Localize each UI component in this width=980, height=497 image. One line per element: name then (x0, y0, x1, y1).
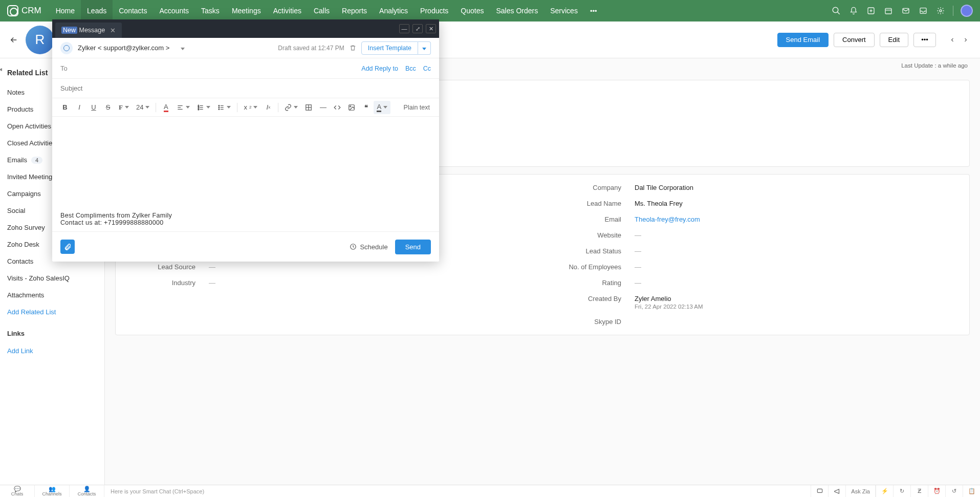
minimize-icon[interactable]: — (399, 24, 409, 33)
sidebar-item-label: Visits - Zoho SalesIQ (7, 274, 70, 282)
edit-button[interactable]: Edit (880, 33, 908, 47)
nav-item-meetings[interactable]: Meetings (226, 0, 267, 21)
info-label: Rating (553, 279, 635, 287)
sidebar-item-visits-zoho-salesiq[interactable]: Visits - Zoho SalesIQ (7, 270, 97, 287)
nav-item-contacts[interactable]: Contacts (113, 0, 153, 21)
add-reply-to-link[interactable]: Add Reply to (361, 65, 398, 72)
bell-icon[interactable] (848, 6, 859, 16)
user-avatar[interactable] (961, 5, 973, 17)
compose-tab[interactable]: New Message ✕ (55, 23, 122, 38)
bcc-link[interactable]: Bcc (405, 65, 416, 72)
highlight-icon[interactable]: A (374, 101, 390, 114)
plain-text-toggle[interactable]: Plain text (401, 104, 433, 111)
unordered-list-icon[interactable] (214, 101, 234, 114)
info-value-link[interactable]: Theola-frey@frey.com (635, 215, 700, 223)
info-value: Zyler AmelioFri, 22 Apr 2022 02:13 AM (635, 295, 958, 310)
svg-point-21 (219, 109, 220, 110)
font-family-icon[interactable]: F (116, 101, 132, 114)
image-icon[interactable] (345, 101, 358, 114)
info-row: CompanyDal Tile Corporation (553, 184, 958, 191)
nav-item-activities[interactable]: Activities (267, 0, 308, 21)
email-signature: Best Compliments from Zylker Family Cont… (52, 212, 439, 232)
strikethrough-icon[interactable]: S (101, 101, 115, 114)
svg-point-20 (219, 107, 220, 108)
table-icon[interactable] (302, 101, 315, 114)
sidebar-item-label: Social (7, 207, 25, 214)
info-label: Industry (127, 279, 209, 287)
sidebar-item-attachments[interactable]: Attachments (7, 287, 97, 304)
insert-template-button[interactable]: Insert Template (361, 41, 418, 55)
nav-item-leads[interactable]: Leads (81, 0, 113, 21)
nav-item-quotes[interactable]: Quotes (454, 0, 490, 21)
clear-format-icon[interactable]: Ix (262, 101, 275, 114)
sidebar-item-label: Open Activities (7, 122, 51, 130)
info-label: Lead Source (127, 263, 209, 271)
prev-record-icon[interactable] (947, 35, 957, 45)
from-account-icon[interactable] (60, 42, 73, 54)
calendar-icon[interactable] (883, 6, 894, 16)
brand-text: CRM (21, 6, 41, 16)
send-email-button[interactable]: Send Email (777, 33, 829, 47)
quote-icon[interactable]: ❝ (359, 101, 373, 114)
more-actions-button[interactable]: ••• (913, 33, 936, 47)
sidebar-item-label: Zoho Survey (7, 224, 45, 231)
nav-item-calls[interactable]: Calls (308, 0, 336, 21)
add-related-list-link[interactable]: Add Related List (7, 304, 97, 320)
send-button[interactable]: Send (395, 240, 431, 254)
cc-link[interactable]: Cc (423, 65, 431, 72)
next-record-icon[interactable] (961, 35, 971, 45)
italic-icon[interactable]: I (73, 101, 86, 114)
code-icon[interactable] (331, 101, 344, 114)
sidebar-item-label: Emails (7, 156, 27, 164)
nav-item-home[interactable]: Home (50, 0, 81, 21)
email-body[interactable] (52, 117, 439, 212)
collapse-sidebar-icon[interactable]: ◂ (0, 66, 2, 73)
draft-status: Draft saved at 12:47 PM (278, 45, 344, 52)
underline-icon[interactable]: U (87, 101, 100, 114)
svg-point-19 (219, 105, 220, 106)
nav-item-sales-orders[interactable]: Sales Orders (490, 0, 545, 21)
nav-item-reports[interactable]: Reports (336, 0, 373, 21)
info-label: Lead Status (553, 247, 635, 255)
brand[interactable]: CRM (7, 5, 41, 16)
align-icon[interactable] (173, 101, 193, 114)
attach-icon[interactable] (60, 240, 75, 254)
info-row: Skype ID (553, 318, 958, 326)
to-row[interactable]: To Add Reply to Bcc Cc (52, 58, 439, 79)
gear-icon[interactable] (935, 6, 946, 16)
nav-item-analytics[interactable]: Analytics (373, 0, 414, 21)
subject-input[interactable] (60, 84, 431, 92)
svg-point-0 (833, 7, 838, 13)
nav-item-services[interactable]: Services (544, 0, 584, 21)
discard-draft-icon[interactable] (350, 45, 356, 51)
font-size-select[interactable]: 24 (133, 101, 153, 114)
close-tab-icon[interactable]: ✕ (110, 27, 116, 34)
add-link[interactable]: Add Link (7, 342, 97, 359)
schedule-button[interactable]: Schedule (350, 243, 387, 251)
convert-button[interactable]: Convert (834, 33, 875, 47)
nav-more[interactable]: ••• (584, 7, 603, 15)
info-value: — (635, 231, 958, 239)
nav-item-tasks[interactable]: Tasks (195, 0, 226, 21)
plus-icon[interactable] (866, 6, 876, 16)
search-icon[interactable] (831, 6, 841, 16)
lead-avatar-letter: R (35, 32, 45, 48)
maximize-icon[interactable]: ⤢ (412, 24, 423, 33)
nav-item-products[interactable]: Products (414, 0, 454, 21)
ordered-list-icon[interactable]: 123 (194, 101, 213, 114)
back-icon[interactable] (9, 35, 18, 45)
brand-icon (7, 5, 18, 16)
inbox-icon[interactable] (918, 6, 928, 16)
hr-icon[interactable]: — (316, 101, 330, 114)
svg-point-9 (940, 10, 942, 12)
text-color-icon[interactable]: A (159, 101, 172, 114)
close-icon[interactable]: ✕ (426, 24, 436, 33)
insert-template-dropdown[interactable] (418, 41, 431, 55)
mail-icon[interactable] (901, 6, 911, 16)
convert-label: Convert (842, 36, 866, 44)
bold-icon[interactable]: B (58, 101, 72, 114)
from-dropdown-icon[interactable] (181, 44, 185, 52)
superscript-icon[interactable]: x2 (241, 101, 260, 114)
link-icon[interactable] (281, 101, 301, 114)
nav-item-accounts[interactable]: Accounts (153, 0, 195, 21)
